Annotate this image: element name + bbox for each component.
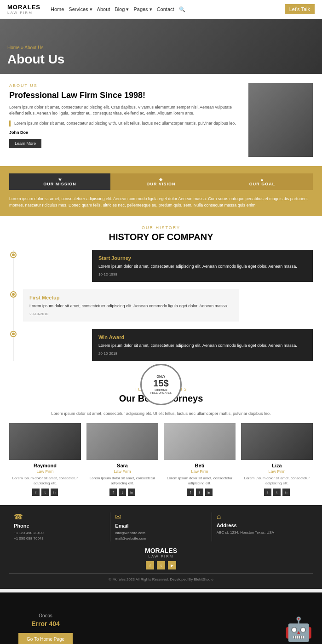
history-heading: HISTORY OF COMPANY xyxy=(9,232,313,242)
twitter-icon-3[interactable]: t xyxy=(196,489,203,496)
about-section: ABOUT US Professional Law Firm Since 199… xyxy=(0,74,322,166)
team-desc-4: Lorem ipsum dolor sit amet, consectetur … xyxy=(241,476,313,486)
footer-row: ☎ Phone +1 123 490 23490+1 090 098 76543… xyxy=(9,512,313,541)
badge-line1: ONLY xyxy=(157,375,166,378)
footer-1: ☎ Phone +1 123 490 23490+1 090 098 76543… xyxy=(0,505,322,589)
lifetime-badge: ONLY 15$ LIFETIME FREE UPDATES xyxy=(140,364,182,405)
breadcrumb-home[interactable]: Home xyxy=(7,45,20,50)
mission-tab-1[interactable]: ★ OUR MISSION xyxy=(9,173,110,190)
team-desc: Lorem ipsum dolor sit amet, consectetur … xyxy=(9,411,313,416)
about-tag: ABOUT US xyxy=(9,83,241,88)
timeline-item-1: Start Journey Lorem ipsum dolor sit amet… xyxy=(18,250,313,282)
logo-name: MORALES xyxy=(7,4,40,11)
team-name-3: Beti xyxy=(164,463,236,468)
team-img-3 xyxy=(164,423,236,460)
nav-cta-button[interactable]: Let's Talk xyxy=(285,4,315,14)
error-subtitle: Error 404 xyxy=(18,620,73,627)
instagram-icon-4[interactable]: in xyxy=(282,489,290,496)
error-page: Ooops Error 404 Go To Home Page 🤖 xyxy=(0,592,322,644)
mission-section: ★ OUR MISSION ◆ OUR VISION ▲ OUR GOAL Lo… xyxy=(0,166,322,216)
team-role-3: Law Firm xyxy=(164,469,236,474)
footer-twitter[interactable]: t xyxy=(157,561,165,569)
footer-email-text: info@website.commail@website.com xyxy=(115,530,207,541)
footer-email: ✉ Email info@website.commail@website.com xyxy=(110,512,212,541)
divider-1 xyxy=(0,589,322,592)
timeline-text-3: Lorem ipsum dolor sit amet, consectetuer… xyxy=(98,343,306,349)
team-member-4: Liza Law Firm Lorem ipsum dolor sit amet… xyxy=(241,423,313,496)
team-role-4: Law Firm xyxy=(241,469,313,474)
team-role-1: Law Firm xyxy=(9,469,81,474)
timeline-dot-3 xyxy=(11,332,16,336)
learn-more-button[interactable]: Learn More xyxy=(9,139,41,148)
mission-tab3-icon: ▲ xyxy=(215,177,309,182)
footer-logo-name: MORALES xyxy=(145,547,177,554)
logo: MORALES LAW FIRM xyxy=(7,4,40,15)
nav-blog[interactable]: Blog ▾ xyxy=(115,6,129,12)
nav-about[interactable]: About xyxy=(97,6,110,12)
team-member-1: Raymond Law Firm Lorem ipsum dolor sit a… xyxy=(9,423,81,496)
facebook-icon-2[interactable]: f xyxy=(109,489,117,496)
twitter-icon-2[interactable]: t xyxy=(119,489,126,496)
timeline-item-2: First Meetup Lorem ipsum dolor sit amet,… xyxy=(18,289,313,322)
team-desc-3: Lorem ipsum dolor sit amet, consectetur … xyxy=(164,476,236,486)
mission-tab1-label: OUR MISSION xyxy=(13,182,107,186)
error-label: Ooops xyxy=(18,613,73,618)
footer-address: ⌂ Address ABC st. 1234, Houston Texas, U… xyxy=(212,512,313,541)
team-social-1: f t in xyxy=(9,489,81,496)
mission-tab-2[interactable]: ◆ OUR VISION xyxy=(110,173,212,190)
team-section-wrapper: ONLY 15$ LIFETIME FREE UPDATES TEAM OF E… xyxy=(0,378,322,505)
team-img-4 xyxy=(241,423,313,460)
navbar: MORALES LAW FIRM Home Services ▾ About B… xyxy=(0,0,322,19)
timeline-card-3: Win Award Lorem ipsum dolor sit amet, co… xyxy=(92,329,313,361)
twitter-icon-1[interactable]: t xyxy=(41,489,49,496)
timeline-title-3: Win Award xyxy=(98,334,306,341)
nav-home[interactable]: Home xyxy=(51,6,64,12)
timeline-dot-2 xyxy=(11,292,16,297)
footer-copyright: © Morales 2023 All Rights Reserved. Deve… xyxy=(9,573,313,581)
timeline-title-2: First Meetup xyxy=(29,294,233,302)
footer-facebook[interactable]: f xyxy=(146,561,154,569)
team-social-3: f t in xyxy=(164,489,236,496)
history-section: OUR HISTORY HISTORY OF COMPANY Start Jou… xyxy=(0,216,322,378)
error-text-area: Ooops Error 404 Go To Home Page xyxy=(18,613,73,644)
twitter-icon-4[interactable]: t xyxy=(273,489,281,496)
error-home-button[interactable]: Go To Home Page xyxy=(18,633,73,644)
email-icon: ✉ xyxy=(115,512,207,521)
nav-pages[interactable]: Pages ▾ xyxy=(133,6,152,12)
timeline-card-2: First Meetup Lorem ipsum dolor sit amet,… xyxy=(23,289,239,322)
hero-title: About Us xyxy=(7,52,315,67)
nav-search-icon[interactable]: 🔍 xyxy=(179,6,185,12)
team-name-2: Sara xyxy=(86,463,158,468)
nav-services[interactable]: Services ▾ xyxy=(69,6,92,12)
footer-phone: ☎ Phone +1 123 490 23490+1 090 098 76543 xyxy=(9,512,110,541)
facebook-icon-3[interactable]: f xyxy=(187,489,194,496)
team-name-1: Raymond xyxy=(9,463,81,468)
facebook-icon-1[interactable]: f xyxy=(32,489,40,496)
history-tag: OUR HISTORY xyxy=(9,225,313,230)
breadcrumb-sep: » xyxy=(21,45,23,50)
instagram-icon-1[interactable]: in xyxy=(51,489,58,496)
footer-address-title: Address xyxy=(217,523,308,528)
badge-price: 15$ xyxy=(153,378,168,389)
history-timeline: Start Journey Lorem ipsum dolor sit amet… xyxy=(9,250,313,361)
team-member-2: Sara Law Firm Lorem ipsum dolor sit amet… xyxy=(86,423,158,496)
about-image xyxy=(248,83,313,157)
instagram-icon-2[interactable]: in xyxy=(128,489,135,496)
about-left: ABOUT US Professional Law Firm Since 199… xyxy=(9,83,241,157)
logo-sub: LAW FIRM xyxy=(7,11,40,15)
instagram-icon-3[interactable]: in xyxy=(205,489,213,496)
footer-phone-title: Phone xyxy=(14,523,105,529)
nav-links: Home Services ▾ About Blog ▾ Pages ▾ Con… xyxy=(51,6,185,12)
mission-tab3-label: OUR GOAL xyxy=(215,182,309,186)
team-img-1 xyxy=(9,423,81,460)
team-grid: Raymond Law Firm Lorem ipsum dolor sit a… xyxy=(9,423,313,496)
facebook-icon-4[interactable]: f xyxy=(264,489,271,496)
mission-tab-3[interactable]: ▲ OUR GOAL xyxy=(212,173,313,190)
breadcrumb: Home » About Us xyxy=(7,45,315,50)
footer-youtube[interactable]: ▶ xyxy=(168,561,176,569)
phone-icon: ☎ xyxy=(14,512,105,521)
about-text: Lorem ipsum dolor sit amet, consectetur … xyxy=(9,104,241,117)
nav-contact[interactable]: Contact xyxy=(157,6,174,12)
team-img-2 xyxy=(86,423,158,460)
error-robot-icon: 🤖 xyxy=(284,616,313,643)
